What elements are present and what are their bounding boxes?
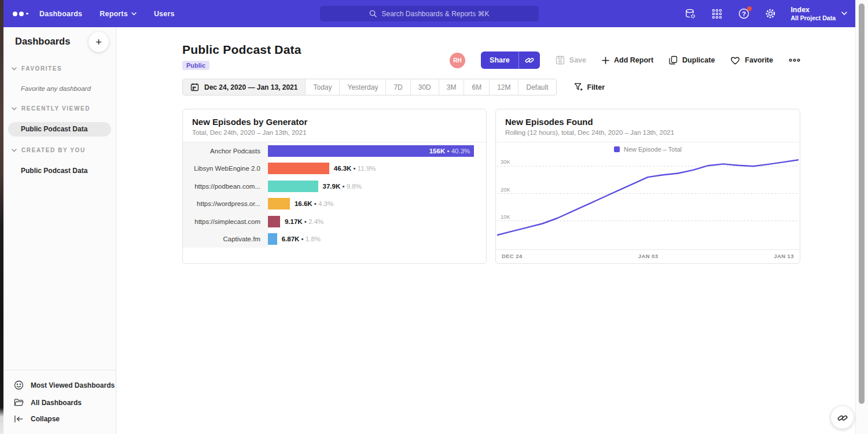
page-title: Public Podcast Data: [182, 43, 301, 57]
plus-icon: [602, 57, 609, 64]
all-dashboards-label: All Dashboards: [31, 399, 82, 407]
nav-dashboards[interactable]: Dashboards: [39, 10, 82, 18]
svg-text:?: ?: [742, 10, 746, 17]
data-sources-icon[interactable]: [684, 8, 697, 20]
page-scrollbar[interactable]: [855, 0, 868, 434]
visibility-badge: Public: [182, 61, 209, 70]
bar-row-simplecast[interactable]: https://simplecast.com 9.17K • 2.4%: [183, 213, 486, 230]
share-link-button[interactable]: [519, 52, 540, 69]
date-range-picker[interactable]: Dec 24, 2020 — Jan 13, 2021: [183, 79, 306, 95]
nav-users-label: Users: [154, 10, 175, 18]
preset-default[interactable]: Default: [518, 79, 556, 95]
add-dashboard-button[interactable]: +: [89, 32, 109, 52]
bar[interactable]: [268, 216, 280, 227]
section-created-by-you-label: CREATED BY YOU: [21, 147, 86, 153]
collapse-sidebar-button[interactable]: Collapse: [3, 411, 116, 427]
most-viewed-label: Most Viewed Dashboards: [31, 381, 115, 389]
date-range-group: Dec 24, 2020 — Jan 13, 2021 Today Yester…: [182, 79, 557, 95]
section-created-by-you[interactable]: CREATED BY YOU: [12, 147, 86, 153]
folder-icon: [14, 398, 24, 407]
top-nav-bar: Dashboards Reports Users Search Dashboar…: [3, 0, 855, 27]
preset-3m[interactable]: 3M: [439, 79, 465, 95]
x-tick: JAN 13: [774, 253, 794, 259]
bar-label: Anchor Podcasts: [183, 142, 268, 160]
date-toolbar: Dec 24, 2020 — Jan 13, 2021 Today Yester…: [182, 79, 605, 95]
bar[interactable]: [268, 233, 277, 245]
sidebar-item-public-podcast-data[interactable]: Public Podcast Data: [8, 122, 111, 137]
favorite-label: Favorite: [745, 56, 773, 64]
bar-value: 16.6K • 4.3%: [295, 198, 333, 209]
duplicate-icon: [669, 56, 678, 65]
svg-text:30K: 30K: [501, 159, 511, 165]
preset-today[interactable]: Today: [306, 79, 340, 95]
save-label: Save: [569, 56, 586, 64]
favorites-empty-hint: Favorite any dashboard: [21, 85, 91, 92]
most-viewed-dashboards-button[interactable]: Most Viewed Dashboards: [3, 376, 116, 394]
bar[interactable]: [268, 181, 318, 192]
preset-7d[interactable]: 7D: [386, 79, 410, 95]
bar-row-wordpress[interactable]: https://wordpress.or... 16.6K • 4.3%: [183, 195, 486, 212]
date-range-label: Dec 24, 2020 — Jan 13, 2021: [204, 83, 297, 91]
app-logo[interactable]: [13, 12, 39, 16]
search-icon: [369, 10, 377, 17]
line-chart-title: New Episodes Found: [505, 117, 790, 127]
copy-link-floating-button[interactable]: [831, 406, 854, 429]
preset-yesterday[interactable]: Yesterday: [340, 79, 386, 95]
share-button[interactable]: Share: [481, 52, 540, 69]
avatar[interactable]: RH: [450, 53, 465, 68]
chart-legend[interactable]: New Episode – Total: [496, 146, 800, 153]
help-icon[interactable]: ?: [737, 8, 750, 20]
bar-value: 37.9K • 9.8%: [323, 181, 362, 192]
add-report-button[interactable]: Add Report: [602, 56, 653, 64]
preset-12m[interactable]: 12M: [490, 79, 518, 95]
filter-button[interactable]: Filter: [574, 83, 605, 91]
legend-swatch: [614, 146, 620, 152]
add-report-label: Add Report: [614, 56, 653, 64]
bar-chart-subtitle: Total, Dec 24th, 2020 – Jan 13th, 2021: [192, 129, 477, 136]
bar-row-libsyn[interactable]: Libsyn WebEngine 2.0 46.3K • 11.9%: [183, 160, 486, 177]
sidebar-item-public-podcast-data-2[interactable]: Public Podcast Data: [8, 164, 111, 178]
section-favorites[interactable]: FAVORITES: [12, 65, 62, 72]
nav-users[interactable]: Users: [154, 10, 175, 18]
bar-row-anchor-podcasts[interactable]: Anchor Podcasts 156K • 40.3%: [183, 142, 486, 160]
x-axis: DEC 24 JAN 03 JAN 13: [496, 249, 800, 259]
settings-gear-icon[interactable]: [764, 8, 777, 20]
line-chart[interactable]: 10K20K30K: [497, 158, 799, 248]
bar-chart: Anchor Podcasts 156K • 40.3% Libsyn WebE…: [183, 142, 486, 263]
main-content: Public Podcast Data Public RH Share Save: [116, 27, 855, 434]
bar[interactable]: [268, 163, 329, 174]
bar-value: 6.87K • 1.8%: [282, 233, 321, 245]
smiley-icon: [14, 380, 24, 390]
duplicate-button[interactable]: Duplicate: [669, 56, 715, 65]
svg-text:20K: 20K: [501, 186, 511, 193]
x-tick: DEC 24: [502, 253, 523, 259]
project-name: Index: [790, 6, 836, 14]
chevron-down-icon: [131, 12, 137, 16]
bar[interactable]: [268, 198, 290, 209]
favorite-button[interactable]: Favorite: [730, 56, 773, 65]
nav-reports[interactable]: Reports: [100, 10, 137, 18]
preset-30d[interactable]: 30D: [411, 79, 439, 95]
bar-label: Captivate.fm: [183, 230, 268, 248]
bar[interactable]: 156K • 40.3%: [268, 145, 474, 157]
x-tick: JAN 03: [638, 253, 659, 259]
more-options-button[interactable]: [789, 58, 800, 62]
logo-dot: [19, 12, 24, 16]
scrollbar-thumb[interactable]: [859, 3, 865, 404]
search-input[interactable]: Search Dashboards & Reports ⌘K: [320, 6, 539, 21]
heart-icon: [730, 56, 740, 65]
bar-row-podbean[interactable]: https://podbean.com... 37.9K • 9.8%: [183, 178, 486, 195]
bar-row-captivate[interactable]: Captivate.fm 6.87K • 1.8%: [183, 230, 486, 248]
preset-6m[interactable]: 6M: [464, 79, 490, 95]
section-recently-viewed[interactable]: RECENTLY VIEWED: [12, 105, 90, 112]
apps-grid-icon[interactable]: [711, 8, 723, 20]
project-switcher[interactable]: Index All Project Data: [790, 6, 847, 22]
logo-dot: [13, 12, 17, 16]
save-button[interactable]: Save: [556, 56, 586, 65]
share-label[interactable]: Share: [481, 52, 519, 69]
sidebar-footer: Most Viewed Dashboards All Dashboards Co…: [3, 370, 116, 434]
all-dashboards-button[interactable]: All Dashboards: [3, 394, 116, 411]
card-new-episodes-by-generator: New Episodes by Generator Total, Dec 24t…: [182, 109, 487, 264]
link-icon: [837, 413, 848, 423]
chevron-down-icon: [12, 149, 17, 152]
